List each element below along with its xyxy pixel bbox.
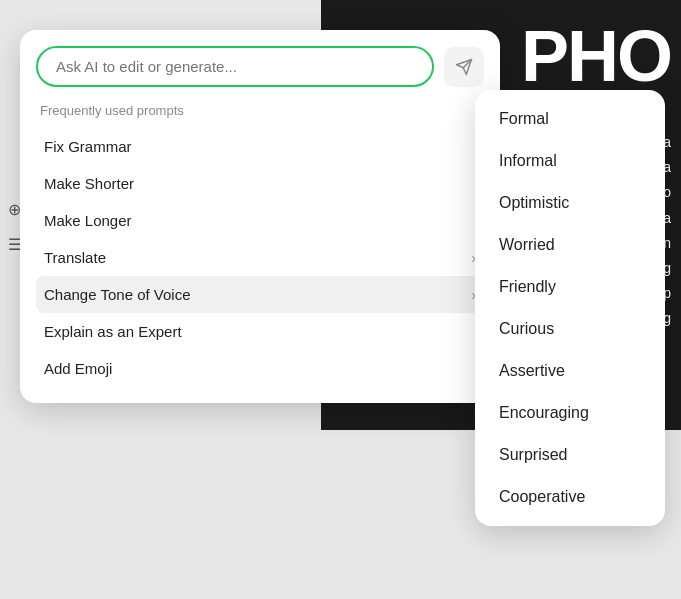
menu-item-add-emoji[interactable]: Add Emoji [36,350,484,387]
tone-submenu-card: Formal Informal Optimistic Worried Frien… [475,90,665,526]
ai-prompt-card: Frequently used prompts Fix Grammar Make… [20,30,500,403]
tone-item-informal[interactable]: Informal [475,140,665,182]
background-title-text: PHO [521,15,671,97]
tone-item-curious[interactable]: Curious [475,308,665,350]
menu-item-translate-label: Translate [44,249,106,266]
menu-item-translate[interactable]: Translate › [36,239,484,276]
tone-item-worried[interactable]: Worried [475,224,665,266]
section-label: Frequently used prompts [36,103,484,118]
tone-item-encouraging[interactable]: Encouraging [475,392,665,434]
menu-item-make-longer[interactable]: Make Longer [36,202,484,239]
tone-item-friendly[interactable]: Friendly [475,266,665,308]
menu-item-fix-grammar-label: Fix Grammar [44,138,132,155]
menu-item-change-tone-label: Change Tone of Voice [44,286,191,303]
tone-item-formal[interactable]: Formal [475,98,665,140]
menu-item-fix-grammar[interactable]: Fix Grammar [36,128,484,165]
tone-item-assertive[interactable]: Assertive [475,350,665,392]
menu-item-explain-expert[interactable]: Explain as an Expert [36,313,484,350]
menu-item-make-longer-label: Make Longer [44,212,132,229]
menu-item-make-shorter[interactable]: Make Shorter [36,165,484,202]
send-button[interactable] [444,47,484,87]
menu-item-make-shorter-label: Make Shorter [44,175,134,192]
menu-item-add-emoji-label: Add Emoji [44,360,112,377]
tone-item-surprised[interactable]: Surprised [475,434,665,476]
tone-item-cooperative[interactable]: Cooperative [475,476,665,518]
ai-prompt-input[interactable] [36,46,434,87]
search-row [36,46,484,87]
menu-item-explain-expert-label: Explain as an Expert [44,323,182,340]
tone-item-optimistic[interactable]: Optimistic [475,182,665,224]
menu-item-change-tone[interactable]: Change Tone of Voice › [36,276,484,313]
send-icon [455,58,473,76]
